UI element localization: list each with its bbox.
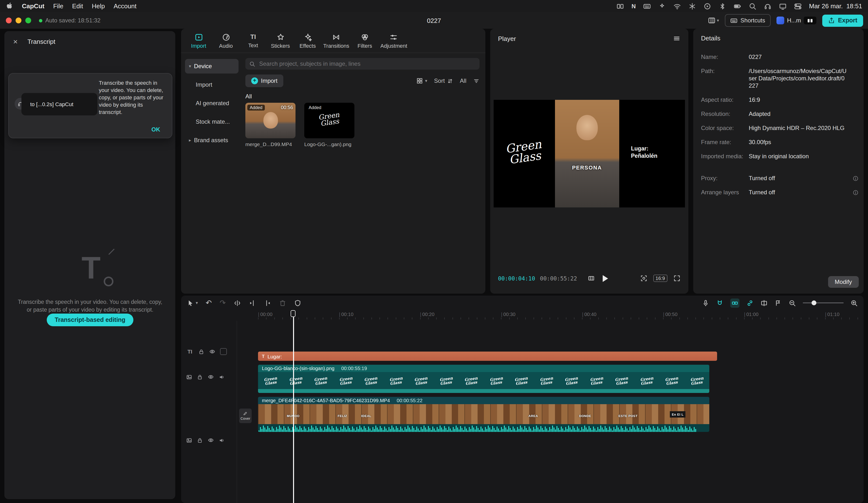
tab-import[interactable]: Import — [187, 33, 210, 49]
info-icon[interactable] — [852, 189, 859, 196]
filter-all-button[interactable]: All — [460, 78, 466, 84]
timeline-zoom-slider[interactable] — [803, 302, 844, 304]
delete-right-button[interactable] — [264, 299, 271, 307]
eye-icon[interactable] — [209, 348, 216, 355]
ok-button[interactable]: OK — [152, 126, 160, 133]
undo-button[interactable]: ↶ — [206, 299, 212, 307]
menubar-app-name[interactable]: CapCut — [22, 2, 44, 10]
sidebar-item-brand-assets[interactable]: ▸ Brand assets — [185, 133, 239, 147]
tab-adjustment[interactable]: Adjustment — [381, 33, 407, 49]
sidebar-item-import[interactable]: Import — [185, 78, 239, 92]
info-icon[interactable] — [852, 175, 859, 182]
aspect-ratio-button[interactable]: 16:9 — [653, 275, 668, 282]
speaker-icon[interactable] — [219, 437, 225, 443]
play-circle-icon[interactable] — [703, 2, 711, 10]
control-center-icon[interactable] — [794, 2, 802, 10]
tab-transitions[interactable]: Transitions — [323, 33, 349, 49]
star-icon[interactable] — [658, 2, 666, 10]
modify-button[interactable]: Modify — [828, 276, 859, 288]
account-badge[interactable]: H...m — [776, 17, 816, 24]
image-clip[interactable]: Logo-GG-blanco-(sin-slogan).png 00:00:55… — [258, 365, 709, 393]
playhead[interactable] — [293, 310, 294, 503]
wifi-icon[interactable] — [673, 2, 681, 10]
sidebar-item-device[interactable]: ▾ Device — [185, 59, 239, 73]
play-button[interactable] — [603, 275, 608, 282]
text-clip[interactable]: T Lugar: — [258, 351, 717, 361]
duration-label: 00:56 — [281, 105, 293, 110]
slider-knob[interactable] — [812, 300, 816, 305]
display-icon[interactable] — [779, 2, 787, 10]
playhead-handle[interactable] — [291, 310, 296, 317]
bluetooth-icon[interactable] — [719, 2, 726, 10]
search-icon[interactable] — [749, 2, 756, 10]
linkage-icon[interactable] — [746, 299, 754, 307]
timeline-ruler[interactable]: 00:0000:1000:2000:3000:4000:5001:0001:10 — [181, 310, 864, 321]
cursor-icon — [187, 299, 194, 307]
preview-person-zone: PERSONA — [555, 100, 619, 207]
media-item-video[interactable]: Added 00:56 merge_D...D99.MP4 — [245, 103, 296, 147]
view-mode-button[interactable]: ▾ — [416, 78, 427, 84]
headphones-icon[interactable] — [764, 2, 772, 10]
tab-filters[interactable]: Filters — [353, 33, 376, 49]
speaker-icon[interactable] — [219, 374, 225, 380]
cover-button[interactable]: Cover — [239, 409, 252, 423]
select-tool-button[interactable]: ▾ — [187, 299, 198, 307]
keyboard-icon[interactable] — [643, 2, 651, 10]
player-menu-icon[interactable] — [673, 34, 681, 42]
media-item-logo[interactable]: GreenGlass Added Logo-GG-...gan).png — [304, 103, 354, 147]
battery-icon[interactable] — [734, 2, 742, 10]
auto-snap-icon[interactable] — [730, 298, 740, 308]
tab-text[interactable]: TI Text — [241, 33, 265, 48]
media-tabs: Import Audio TI Text Stickers Effects Tr… — [181, 29, 485, 53]
window-tile-icon[interactable] — [616, 2, 624, 10]
export-button[interactable]: Export — [823, 14, 863, 27]
effects-icon — [303, 33, 312, 41]
menubar-item[interactable]: File — [53, 2, 63, 10]
sidebar-item-stock-materials[interactable]: Stock mate... — [185, 114, 239, 129]
split-button[interactable] — [234, 299, 241, 307]
menubar-clock[interactable]: Mar 26 mar. 18:51 — [809, 2, 862, 10]
search-input[interactable] — [258, 60, 476, 68]
logo-thumbnail: GreenGlass — [584, 377, 609, 384]
menubar-item[interactable]: Edit — [72, 2, 83, 10]
import-button[interactable]: + Import — [245, 74, 283, 87]
close-icon[interactable]: × — [13, 38, 18, 45]
sidebar-item-ai-generated[interactable]: AI generated — [185, 96, 239, 111]
ruler-label: 00:10 — [339, 312, 353, 317]
sort-button[interactable]: Sort — [434, 78, 453, 84]
zoom-out-icon[interactable] — [789, 299, 796, 307]
tab-stickers[interactable]: Stickers — [269, 33, 292, 49]
split-adjust-icon[interactable] — [761, 299, 768, 307]
transcript-based-editing-button[interactable]: Transcript-based editing — [47, 314, 133, 326]
main-track-magnet-icon[interactable] — [716, 299, 723, 307]
video-clip[interactable]: merge_DFE4F042-016C-4A57-BAD5-79FC46231D… — [258, 397, 709, 432]
notion-icon[interactable]: N — [631, 3, 636, 10]
tab-effects[interactable]: Effects — [296, 33, 319, 49]
lock-icon[interactable] — [197, 374, 203, 380]
fullscreen-icon[interactable] — [673, 275, 681, 282]
filters-icon — [361, 33, 369, 41]
filter-button[interactable] — [473, 78, 479, 84]
apple-menu-icon[interactable] — [6, 2, 13, 10]
lock-icon[interactable] — [197, 437, 203, 443]
eye-icon[interactable] — [207, 373, 214, 380]
redo-button[interactable]: ↷ — [219, 299, 226, 307]
lock-icon[interactable] — [198, 348, 205, 355]
delete-left-button[interactable] — [249, 299, 256, 307]
snowflake-icon[interactable] — [688, 2, 696, 10]
layout-switcher-button[interactable]: ▾ — [707, 17, 719, 24]
tab-audio[interactable]: Audio — [214, 33, 238, 49]
delete-button[interactable] — [279, 299, 286, 307]
zoom-in-icon[interactable] — [850, 299, 858, 307]
fit-screen-icon[interactable] — [640, 275, 647, 282]
record-voiceover-icon[interactable] — [702, 299, 709, 307]
video-preview[interactable]: GreenGlass PERSONA Lugar:Peñalolén — [494, 100, 685, 207]
mask-button[interactable] — [294, 299, 301, 307]
preview-axis-icon[interactable] — [775, 299, 782, 307]
empty-slot-icon — [220, 348, 227, 355]
shortcuts-button[interactable]: Shortcuts — [725, 14, 771, 27]
frame-preview-icon[interactable] — [588, 275, 595, 282]
eye-icon[interactable] — [207, 437, 214, 444]
menubar-item[interactable]: Account — [114, 2, 136, 10]
menubar-item[interactable]: Help — [92, 2, 105, 10]
